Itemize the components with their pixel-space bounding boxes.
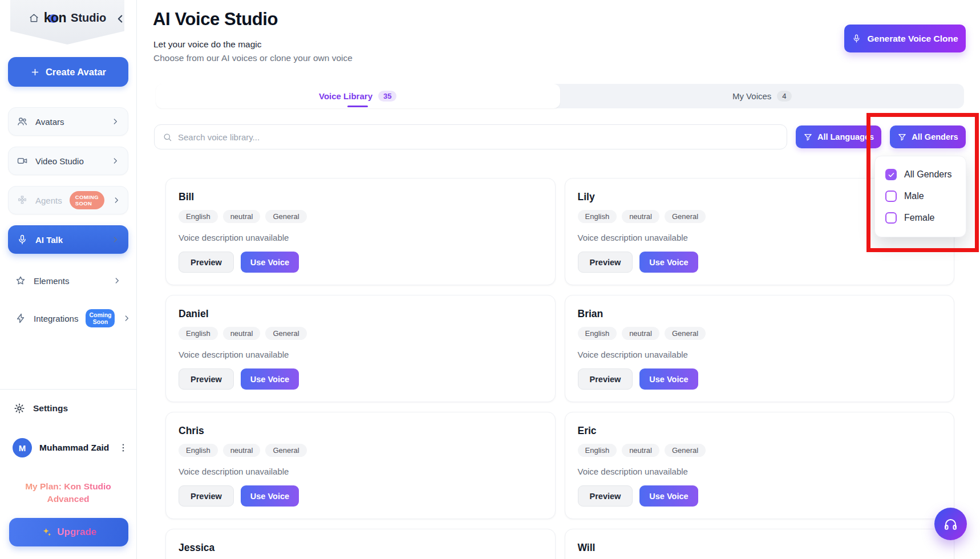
tab-my-voices[interactable]: My Voices 4 (560, 84, 965, 108)
all-languages-filter-button[interactable]: All Languages (796, 125, 881, 148)
voice-actions: Preview Use Voice (179, 252, 542, 273)
voice-tags: EnglishneutralGeneral (578, 327, 942, 340)
checkbox-unchecked[interactable] (885, 212, 897, 224)
sidebar-item-ai-talk[interactable]: AI Talk (8, 225, 128, 254)
voice-tag: General (665, 444, 706, 457)
puzzle-icon (17, 195, 28, 206)
voice-tag: General (265, 210, 306, 223)
page-subtitle-1: Let your voice do the magic (153, 39, 262, 50)
main-content: AI Voice Studio Let your voice do the ma… (137, 0, 980, 559)
voice-card: Eric EnglishneutralGeneral Voice descrip… (565, 412, 955, 519)
user-menu-icon[interactable] (118, 443, 128, 453)
preview-button[interactable]: Preview (578, 485, 633, 507)
sidebar-item-settings[interactable]: Settings (14, 403, 68, 414)
voice-description: Voice description unavailable (179, 233, 542, 242)
gear-icon (14, 403, 25, 414)
plan-label: My Plan: Kon Studio Advanced (13, 480, 124, 506)
microphone-icon (852, 34, 861, 43)
use-voice-button[interactable]: Use Voice (639, 368, 698, 390)
preview-button[interactable]: Preview (578, 252, 633, 273)
page-subtitle-2: Choose from our AI voices or clone your … (153, 53, 353, 63)
gender-option-male[interactable]: Male (875, 185, 966, 207)
home-icon[interactable] (29, 13, 39, 23)
chevron-right-icon (111, 117, 120, 126)
voice-tag: English (179, 210, 218, 223)
sidebar: kon Studio Create Avatar Avatars Video S… (0, 0, 137, 559)
sidebar-nav: Avatars Video Studio Agents COMING SOON … (8, 107, 128, 329)
search-input[interactable] (178, 132, 779, 142)
voice-tags: EnglishneutralGeneral (578, 444, 942, 457)
checkbox-unchecked[interactable] (885, 191, 897, 202)
voice-name: Brian (578, 308, 942, 320)
user-name: Muhammad Zaid (39, 443, 109, 453)
voice-actions: Preview Use Voice (578, 485, 942, 507)
sidebar-item-video-studio[interactable]: Video Studio (8, 147, 128, 175)
active-tab-underline (347, 106, 368, 108)
upgrade-button[interactable]: Upgrade (9, 518, 128, 546)
tab-voice-library[interactable]: Voice Library 35 (156, 84, 560, 108)
microphone-icon (17, 234, 28, 245)
preview-button[interactable]: Preview (179, 485, 234, 507)
voice-name: Will (578, 542, 942, 554)
sidebar-item-elements[interactable]: Elements (8, 270, 128, 291)
gender-filter-dropdown: All Genders Male Female (874, 156, 966, 237)
brand-text: kon (44, 10, 66, 25)
brand-suffix: Studio (71, 11, 106, 25)
my-voices-count-badge: 4 (777, 91, 791, 102)
sidebar-item-avatars[interactable]: Avatars (8, 107, 128, 136)
voice-tag: neutral (622, 327, 659, 340)
sidebar-divider (0, 389, 136, 390)
tab-my-voices-label: My Voices (732, 91, 771, 101)
preview-button[interactable]: Preview (578, 368, 633, 390)
sidebar-item-integrations[interactable]: Integrations Coming Soon (8, 307, 128, 329)
gender-option-all-genders[interactable]: All Genders (875, 164, 966, 185)
voice-tag: English (179, 327, 218, 340)
voice-actions: Preview Use Voice (578, 368, 942, 390)
use-voice-button[interactable]: Use Voice (241, 368, 299, 390)
use-voice-button[interactable]: Use Voice (639, 485, 698, 507)
voice-tag: neutral (622, 210, 659, 223)
gender-option-female[interactable]: Female (875, 207, 966, 229)
check-icon (888, 171, 895, 179)
voice-actions: Preview Use Voice (179, 485, 542, 507)
sidebar-collapse-button[interactable] (114, 13, 127, 25)
brand-logo: kon (44, 10, 66, 26)
use-voice-button[interactable]: Use Voice (639, 252, 698, 273)
generate-voice-clone-button[interactable]: Generate Voice Clone (844, 25, 966, 52)
voice-name: Jessica (179, 542, 542, 554)
gender-option-label: All Genders (904, 169, 952, 180)
voice-tag: General (265, 327, 306, 340)
sparkles-icon (41, 526, 52, 538)
all-genders-filter-button[interactable]: All Genders (890, 125, 966, 148)
user-profile[interactable]: M Muhammad Zaid (13, 438, 128, 457)
voice-tags: EnglishneutralGeneral (179, 327, 542, 340)
voice-name: Eric (578, 425, 942, 437)
preview-button[interactable]: Preview (179, 368, 234, 390)
checkbox-checked[interactable] (885, 169, 897, 180)
lightning-icon (15, 313, 26, 324)
voice-tag: General (665, 210, 706, 223)
app-root: kon Studio Create Avatar Avatars Video S… (0, 0, 980, 559)
preview-button[interactable]: Preview (179, 252, 234, 273)
create-avatar-label: Create Avatar (46, 67, 106, 78)
page-title: AI Voice Studio (153, 9, 278, 30)
chevron-right-icon (112, 196, 121, 205)
voice-card: Will EnglishneutralGeneral Voice descrip… (565, 529, 955, 559)
voice-tag: English (578, 327, 617, 340)
voice-card: Bill EnglishneutralGeneral Voice descrip… (165, 178, 556, 285)
funnel-icon (897, 132, 907, 142)
search-icon (163, 132, 172, 142)
avatar: M (13, 438, 32, 457)
logo-banner: kon Studio (10, 0, 124, 44)
use-voice-button[interactable]: Use Voice (241, 252, 299, 273)
voice-card: Daniel EnglishneutralGeneral Voice descr… (165, 295, 556, 402)
chevron-right-icon (111, 156, 120, 165)
use-voice-button[interactable]: Use Voice (241, 485, 299, 507)
headphones-icon (943, 516, 958, 532)
create-avatar-button[interactable]: Create Avatar (8, 57, 128, 87)
voice-description: Voice description unavailable (578, 467, 942, 476)
all-languages-label: All Languages (817, 132, 874, 141)
gender-option-label: Female (904, 213, 934, 223)
audio-assistant-fab[interactable] (934, 508, 967, 540)
voice-card: Chris EnglishneutralGeneral Voice descri… (165, 412, 556, 519)
